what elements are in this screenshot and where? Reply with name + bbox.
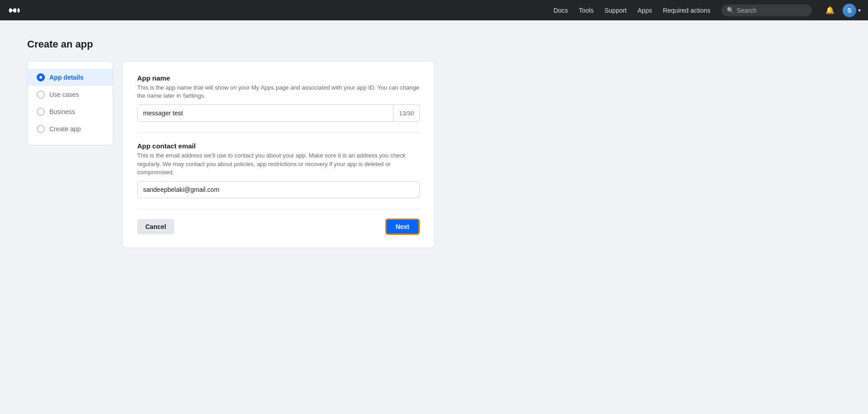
step-label-use-cases: Use cases — [49, 91, 79, 98]
search-input[interactable] — [737, 7, 806, 14]
navbar: Docs Tools Support Apps Required actions… — [0, 0, 868, 20]
step-business[interactable]: Business — [28, 103, 113, 120]
app-name-desc: This is the app name that will show on y… — [137, 84, 420, 100]
step-radio-create-app — [37, 125, 45, 133]
step-create-app[interactable]: Create app — [28, 120, 113, 138]
nav-apps[interactable]: Apps — [638, 7, 652, 14]
app-email-input[interactable] — [138, 181, 419, 198]
char-count: 13/30 — [393, 105, 419, 121]
search-icon: 🔍 — [727, 7, 734, 14]
app-email-section: App contact email This is the email addr… — [137, 142, 420, 198]
app-name-input[interactable] — [138, 105, 393, 121]
cancel-button[interactable]: Cancel — [137, 219, 174, 234]
create-app-layout: App details Use cases Business Create ap… — [27, 61, 435, 248]
step-radio-app-details — [37, 73, 45, 81]
app-email-desc: This is the email address we'll use to c… — [137, 152, 420, 176]
app-email-title: App contact email — [137, 142, 420, 150]
step-label-create-app: Create app — [49, 125, 81, 133]
nav-support[interactable]: Support — [604, 7, 627, 14]
nav-docs[interactable]: Docs — [553, 7, 568, 14]
form-divider-2 — [137, 209, 420, 209]
step-radio-business — [37, 108, 45, 116]
app-name-title: App name — [137, 74, 420, 82]
email-input-wrap — [137, 181, 420, 198]
step-label-app-details: App details — [49, 74, 83, 81]
step-app-details[interactable]: App details — [28, 69, 113, 86]
navbar-right: Docs Tools Support Apps Required actions… — [553, 3, 861, 18]
step-label-business: Business — [49, 108, 75, 115]
avatar-wrap[interactable]: S ▾ — [843, 4, 861, 17]
app-name-input-wrap: 13/30 — [137, 105, 420, 122]
notification-bell-icon[interactable]: 🔔 — [823, 3, 837, 18]
nav-required-actions[interactable]: Required actions — [663, 7, 710, 14]
step-radio-use-cases — [37, 90, 45, 99]
meta-logo[interactable] — [7, 6, 24, 15]
page-content: Create an app App details Use cases Busi… — [0, 20, 868, 266]
form-footer: Cancel Next — [137, 219, 420, 235]
navbar-icons: 🔔 S ▾ — [823, 3, 861, 18]
navbar-left — [7, 6, 24, 15]
chevron-down-icon: ▾ — [858, 7, 861, 14]
form-card: App name This is the app name that will … — [122, 61, 435, 248]
next-button[interactable]: Next — [385, 219, 420, 235]
app-name-section: App name This is the app name that will … — [137, 74, 420, 122]
step-use-cases[interactable]: Use cases — [28, 86, 113, 103]
form-divider-1 — [137, 133, 420, 133]
avatar: S — [843, 4, 856, 17]
page-title: Create an app — [27, 38, 841, 50]
nav-tools[interactable]: Tools — [579, 7, 594, 14]
steps-sidebar: App details Use cases Business Create ap… — [27, 61, 113, 145]
search-box[interactable]: 🔍 — [721, 5, 812, 16]
